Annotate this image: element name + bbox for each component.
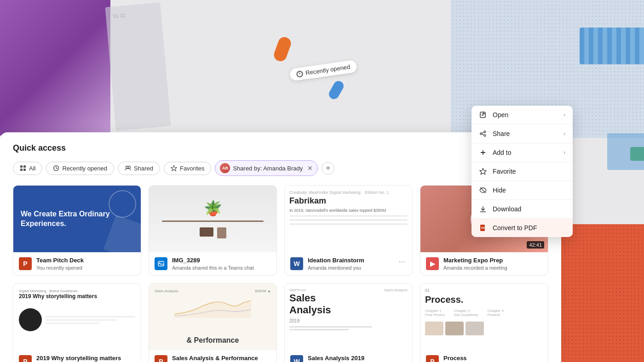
file-preview-sales: Sales Analysis$382M ▲ & Performance: [149, 283, 276, 350]
file-card-storytelling[interactable]: Digital Marketing Brand Guidelines 2019 …: [13, 283, 141, 362]
process-title: Process.: [425, 294, 543, 305]
remove-filter-button[interactable]: ✕: [307, 164, 313, 172]
context-share-label: Share: [493, 130, 510, 137]
file-name-img: IMG_3289: [172, 257, 254, 265]
file-card-ideation[interactable]: Creativity. IdeaFinder Digital Marketing…: [284, 185, 413, 276]
file-name-sales-2019: Sales Analysis 2019: [308, 355, 364, 362]
file-details-pitch: Team Pitch Deck You recently opened: [36, 257, 84, 271]
doc-edition: Creativity. IdeaFinder Digital Marketing…: [289, 190, 408, 195]
svg-marker-13: [171, 165, 177, 171]
context-menu-open[interactable]: Open ›: [472, 106, 573, 124]
file-grid: We Create Extra Ordinary Experiences. P …: [13, 185, 548, 362]
file-name-video: Marketing Expo Prep: [443, 257, 507, 265]
star-filter-icon: [171, 165, 177, 171]
img-icon: [155, 257, 167, 270]
file-card-img3289[interactable]: 🪴 IMG_3289 Amanda shared this in a Teams…: [149, 185, 277, 276]
pdf-convert-icon: PDF: [479, 224, 487, 232]
file-meta-img: Amanda shared this in a Teams chat: [172, 265, 254, 271]
context-menu-favorite[interactable]: Favorite: [472, 162, 573, 181]
filter-favorites-label: Favorites: [180, 165, 204, 172]
context-hide-label: Hide: [493, 187, 506, 194]
sales-curve: [155, 295, 271, 334]
context-menu: Open › Share › Add to › Favorite Hide: [472, 106, 573, 237]
file-preview-process: 01 Process. Chapter 1Find Photos Chapter…: [420, 283, 548, 350]
bg-red-dots: [552, 224, 644, 362]
file-card-team-pitch-deck[interactable]: We Create Extra Ordinary Experiences. P …: [13, 185, 141, 276]
clock-icon: [296, 70, 304, 78]
file-details-img: IMG_3289 Amanda shared this in a Teams c…: [172, 257, 254, 271]
sales-bottom-text: & Performance: [155, 336, 271, 345]
context-menu-add-to[interactable]: Add to ›: [472, 143, 573, 162]
svg-text:PDF: PDF: [481, 226, 486, 229]
context-menu-download[interactable]: Download: [472, 200, 573, 218]
file-card-sales-perf[interactable]: Sales Analysis$382M ▲ & Performance P: [149, 283, 277, 362]
file-info-img: IMG_3289 Amanda shared this in a Teams c…: [149, 252, 276, 275]
file-name-story: 2019 Why storytelling matters: [36, 355, 121, 362]
context-download-label: Download: [493, 205, 521, 213]
bg-calendar-decoration: [105, 2, 171, 130]
file-info-process: P Process: [420, 350, 548, 362]
process-num: 01: [425, 288, 543, 293]
video-icon: ▶: [426, 257, 439, 270]
file-name-ideation: Ideation Brainstorm: [308, 257, 364, 265]
add-filter-button[interactable]: +: [322, 162, 334, 175]
story-circle: [19, 308, 42, 331]
pill-orange-decoration: [272, 35, 293, 63]
story-meta: Digital Marketing Brand Guidelines: [19, 289, 135, 293]
pill-blue-decoration: [327, 79, 345, 101]
svg-rect-4: [20, 165, 23, 168]
sales-pptx-icon: P: [155, 355, 167, 362]
analysis-title: SalesAnalysis: [289, 292, 408, 317]
file-meta-video: Amanda recorded a meeting: [443, 265, 507, 271]
file-name-process: Process: [443, 355, 467, 362]
recently-opened-pill: Recently opened: [289, 60, 357, 81]
pptx-icon: P: [19, 257, 32, 270]
pill-label: Recently opened: [305, 63, 351, 76]
bg-blue-bars: [580, 28, 644, 64]
file-info-video: ▶ Marketing Expo Prep Amanda recorded a …: [420, 252, 548, 275]
video-timestamp: 42:41: [527, 241, 544, 249]
shelf-decoration: [162, 221, 264, 222]
context-menu-convert-pdf[interactable]: PDF Convert to PDF: [472, 219, 573, 237]
context-menu-share[interactable]: Share ›: [472, 124, 573, 143]
file-more-button-ideation[interactable]: ···: [397, 257, 407, 267]
analysis-docx-icon: W: [290, 355, 303, 362]
file-info-story: P 2019 Why storytelling matters: [13, 350, 141, 362]
file-meta-pitch: You recently opened: [36, 265, 84, 271]
file-card-sales-2019[interactable]: WePFrontSales Analysis SalesAnalysis 201…: [284, 283, 413, 362]
process-pptx-icon: P: [426, 355, 439, 362]
story-title: 2019 Why storytelling matters: [19, 293, 135, 300]
file-preview-img: 🪴: [149, 186, 276, 252]
file-info-ideation: W Ideation Brainstorm Amanda mentioned y…: [285, 252, 412, 275]
all-icon: [20, 165, 26, 171]
context-menu-hide[interactable]: Hide: [472, 181, 573, 199]
amanda-avatar: AB: [220, 163, 230, 173]
filter-shared[interactable]: Shared: [118, 162, 160, 175]
share-icon: [479, 130, 487, 138]
file-info-pitch: P Team Pitch Deck You recently opened: [13, 252, 141, 275]
analysis-year: 2019: [289, 318, 408, 323]
open-chevron: ›: [564, 112, 565, 118]
svg-rect-7: [23, 169, 26, 171]
file-details-video: Marketing Expo Prep Amanda recorded a me…: [443, 257, 507, 271]
file-details-process: Process: [443, 355, 467, 362]
svg-line-10: [56, 168, 58, 169]
pitch-preview-text: We Create Extra Ordinary Experiences.: [13, 202, 141, 236]
file-details-story: 2019 Why storytelling matters: [36, 355, 121, 362]
open-icon: [479, 111, 487, 119]
svg-rect-5: [23, 165, 26, 168]
analysis-header: WePFrontSales Analysis: [289, 288, 408, 292]
filter-recently-opened[interactable]: Recently opened: [46, 162, 114, 175]
filter-all[interactable]: All: [13, 162, 42, 175]
context-open-label: Open: [493, 111, 508, 119]
doc-line-2: [289, 219, 408, 221]
bg-red-decoration: [552, 224, 644, 362]
download-icon: [479, 205, 487, 213]
file-card-process[interactable]: 01 Process. Chapter 1Find Photos Chapter…: [420, 283, 548, 362]
file-meta-ideation: Amanda mentioned you: [308, 265, 364, 271]
filter-favorites[interactable]: Favorites: [164, 162, 211, 175]
filter-shared-by-label: Shared by: Amanda Brady: [233, 165, 303, 172]
file-preview-analysis: WePFrontSales Analysis SalesAnalysis 201…: [285, 283, 412, 350]
filter-shared-label: Shared: [134, 165, 153, 172]
filter-shared-by-amanda[interactable]: AB Shared by: Amanda Brady ✕: [215, 160, 318, 176]
